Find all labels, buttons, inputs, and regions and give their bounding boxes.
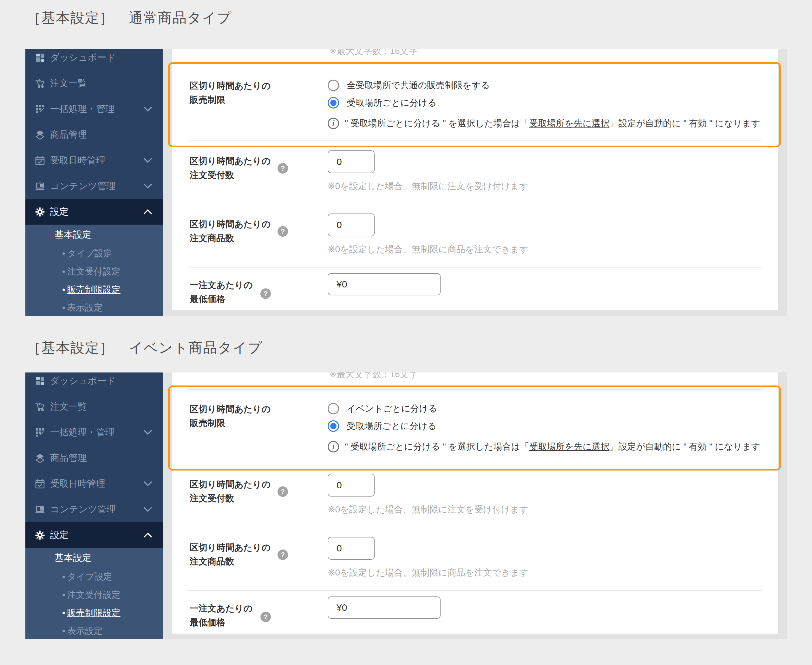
radio-icon	[327, 80, 339, 91]
sidebar-item-pickup-datetime[interactable]: 受取日時管理	[25, 471, 163, 496]
dashboard-icon	[35, 376, 45, 386]
page-title: ［基本設定］ イベント商品タイプ	[27, 337, 262, 358]
item-count-row: 区切り時間あたりの 注文商品数 ? ※0を設定した場合、無制限に商品を注文できま…	[188, 527, 762, 591]
radio-common-limit[interactable]: 全受取場所で共通の販売制限をする	[327, 80, 762, 91]
item-count-input[interactable]	[327, 213, 375, 236]
submenu-item-display-settings[interactable]: 表示設定	[25, 298, 163, 316]
sales-limit-options: イベントごとに分ける 受取場所ごとに分ける i " 受取場所ごとに分ける " を…	[327, 390, 762, 464]
dashboard-icon	[35, 52, 45, 63]
sidebar-item-label: 商品管理	[50, 128, 87, 141]
sidebar-item-settings[interactable]: 設定	[25, 522, 163, 548]
sales-limit-row: 区切り時間あたりの 販売制限 全受取場所で共通の販売制限をする 受取場所ごとに分…	[188, 66, 762, 141]
item-count-note: ※0を設定した場合、無制限に商品を注文できます	[327, 243, 762, 256]
sidebar-nav: ダッシュボード 注文一覧 一括処理・管理	[25, 372, 163, 548]
radio-icon	[327, 420, 339, 432]
batch-icon	[35, 104, 45, 114]
page-title: ［基本設定］ 通常商品タイプ	[27, 8, 232, 28]
item-count-label: 区切り時間あたりの 注文商品数 ?	[188, 204, 327, 267]
help-icon[interactable]: ?	[278, 550, 288, 560]
gear-icon	[35, 530, 45, 540]
content-icon	[35, 181, 45, 191]
item-count-input[interactable]	[327, 537, 375, 560]
min-price-input[interactable]	[327, 596, 440, 619]
sidebar-item-label: 注文一覧	[50, 400, 87, 413]
select-location-first-link[interactable]: 受取場所を先に選択	[529, 442, 609, 452]
products-icon	[35, 130, 45, 140]
chevron-down-icon	[143, 506, 152, 513]
products-icon	[35, 453, 45, 463]
sidebar-item-products[interactable]: 商品管理	[25, 122, 163, 147]
help-icon[interactable]: ?	[278, 226, 288, 237]
order-count-input[interactable]	[327, 474, 375, 496]
gear-icon	[35, 207, 45, 217]
chevron-up-icon	[143, 209, 152, 215]
sales-limit-row: 区切り時間あたりの 販売制限 イベントごとに分ける 受取場所ごとに分ける i "…	[188, 390, 762, 464]
chevron-down-icon	[143, 157, 152, 164]
settings-submenu: 基本設定 タイプ設定 注文受付設定 販売制限設定 表示設定	[25, 224, 163, 316]
sales-limit-options: 全受取場所で共通の販売制限をする 受取場所ごとに分ける i " 受取場所ごとに分…	[327, 66, 762, 141]
sidebar-item-dashboard[interactable]: ダッシュボード	[25, 49, 163, 70]
sidebar-item-products[interactable]: 商品管理	[25, 445, 163, 471]
chevron-down-icon	[143, 429, 152, 436]
truncated-row: ※最大文字数：16文字	[188, 372, 762, 390]
sidebar-item-settings[interactable]: 設定	[25, 199, 163, 224]
content-icon	[35, 504, 45, 514]
help-icon[interactable]: ?	[260, 288, 271, 299]
order-count-input[interactable]	[327, 151, 375, 173]
sidebar-item-orders[interactable]: 注文一覧	[25, 394, 163, 419]
submenu-item-sales-limit-settings[interactable]: 販売制限設定	[25, 604, 163, 622]
submenu-item-order-reception-settings[interactable]: 注文受付設定	[25, 586, 163, 604]
submenu-item-basic-settings[interactable]: 基本設定	[25, 227, 163, 242]
min-price-input[interactable]	[327, 273, 440, 295]
sidebar-item-label: コンテンツ管理	[50, 503, 115, 516]
settings-submenu: 基本設定 タイプ設定 注文受付設定 販売制限設定 表示設定	[25, 548, 163, 639]
submenu-item-basic-settings[interactable]: 基本設定	[25, 550, 163, 565]
sidebar-item-label: 受取日時管理	[50, 478, 105, 490]
select-location-first-link[interactable]: 受取場所を先に選択	[529, 118, 609, 128]
item-count-label: 区切り時間あたりの 注文商品数 ?	[188, 527, 327, 590]
submenu-item-sales-limit-settings[interactable]: 販売制限設定	[25, 280, 163, 298]
admin-panel: ダッシュボード 注文一覧 一括処理・管理	[25, 372, 787, 639]
sidebar-item-pickup-datetime[interactable]: 受取日時管理	[25, 147, 163, 173]
min-price-label: 一注文あたりの 最低価格 ?	[188, 591, 327, 634]
sidebar-item-batch[interactable]: 一括処理・管理	[25, 96, 163, 122]
max-chars-note: ※最大文字数：16文字	[329, 49, 762, 57]
sales-limit-label: 区切り時間あたりの 販売制限	[188, 66, 327, 141]
submenu-item-type-settings[interactable]: タイプ設定	[25, 244, 163, 262]
order-count-note: ※0を設定した場合、無制限に注文を受け付けます	[327, 180, 762, 192]
sales-limit-label: 区切り時間あたりの 販売制限	[188, 390, 327, 464]
submenu-item-type-settings[interactable]: タイプ設定	[25, 568, 163, 586]
truncated-row: ※最大文字数：16文字	[188, 49, 762, 66]
order-count-label: 区切り時間あたりの 注文受付数 ?	[188, 141, 327, 204]
sidebar-item-batch[interactable]: 一括処理・管理	[25, 419, 163, 445]
sidebar-item-label: 設定	[50, 529, 69, 542]
submenu-item-display-settings[interactable]: 表示設定	[25, 622, 163, 639]
help-icon[interactable]: ?	[278, 486, 288, 497]
chevron-down-icon	[143, 481, 152, 487]
sidebar-item-content[interactable]: コンテンツ管理	[25, 496, 163, 522]
radio-per-event[interactable]: イベントごとに分ける	[327, 403, 762, 414]
sidebar-item-label: 一括処理・管理	[50, 426, 115, 439]
chevron-down-icon	[143, 183, 152, 189]
min-price-row: 一注文あたりの 最低価格 ?	[188, 591, 762, 634]
sidebar: ダッシュボード 注文一覧 一括処理・管理	[25, 49, 163, 316]
help-icon[interactable]: ?	[260, 612, 271, 622]
radio-per-location[interactable]: 受取場所ごとに分ける	[327, 420, 762, 432]
sidebar-item-label: 注文一覧	[50, 77, 87, 90]
submenu-item-order-reception-settings[interactable]: 注文受付設定	[25, 262, 163, 280]
info-note: i " 受取場所ごとに分ける " を選択した場合は「受取場所を先に選択」設定が自…	[327, 441, 762, 453]
settings-form: ※最大文字数：16文字 区切り時間あたりの 販売制限 イベントごとに分ける 受取…	[172, 372, 778, 634]
help-icon[interactable]: ?	[278, 163, 288, 174]
sidebar-item-orders[interactable]: 注文一覧	[25, 70, 163, 96]
sidebar-item-dashboard[interactable]: ダッシュボード	[25, 372, 163, 394]
radio-per-location[interactable]: 受取場所ごとに分ける	[327, 97, 762, 108]
order-count-note: ※0を設定した場合、無制限に注文を受け付けます	[327, 503, 762, 516]
sidebar-item-content[interactable]: コンテンツ管理	[25, 173, 163, 199]
sidebar-item-label: コンテンツ管理	[50, 180, 115, 193]
sidebar-item-label: 一括処理・管理	[50, 103, 115, 115]
info-icon: i	[327, 441, 339, 452]
cart-icon	[35, 402, 45, 412]
sidebar: ダッシュボード 注文一覧 一括処理・管理	[25, 372, 163, 639]
min-price-row: 一注文あたりの 最低価格 ?	[188, 267, 762, 310]
order-count-row: 区切り時間あたりの 注文受付数 ? ※0を設定した場合、無制限に注文を受け付けま…	[188, 464, 762, 527]
